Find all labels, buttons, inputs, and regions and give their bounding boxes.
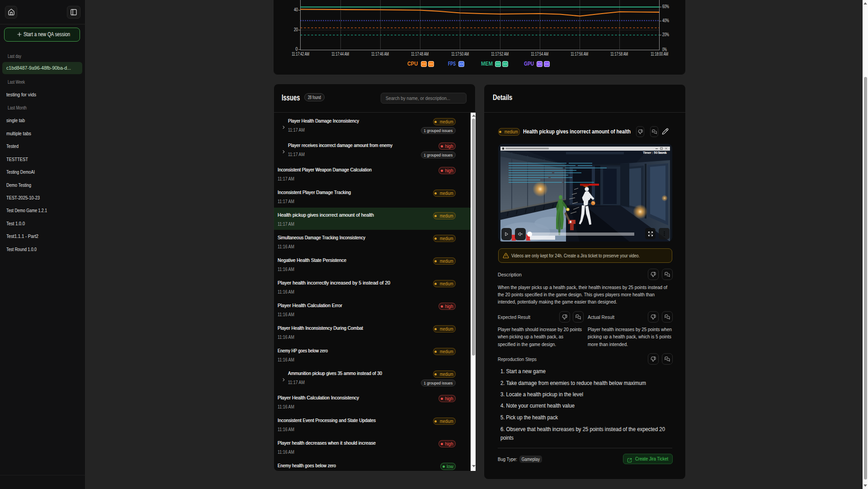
- svg-text:Timer :: Timer :: [643, 151, 653, 155]
- svg-text:Seconds: Seconds: [658, 151, 667, 155]
- svg-text:50: 50: [654, 151, 657, 155]
